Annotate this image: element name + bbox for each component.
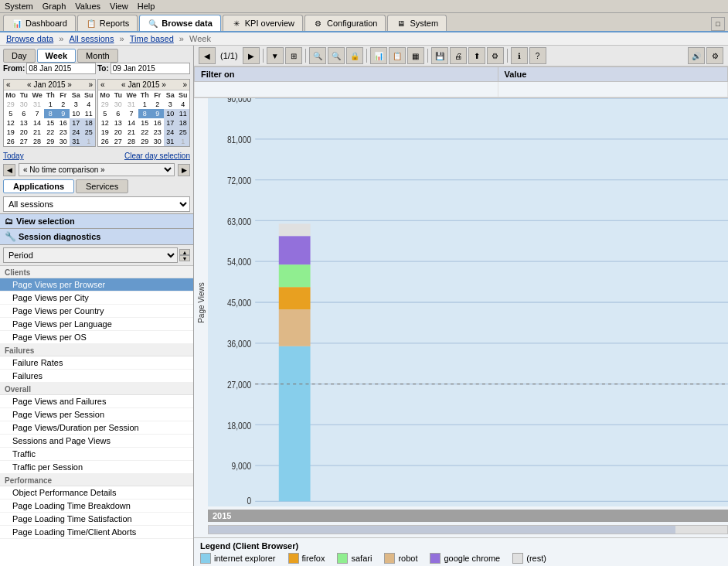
tab-system[interactable]: 🖥 System [387, 15, 447, 31]
list-item-page-loading-satisfaction[interactable]: Page Loading Time Satisfaction [0, 513, 193, 526]
cal-day[interactable]: 27 [112, 137, 124, 146]
list-item-object-performance[interactable]: Object Performance Details [0, 486, 193, 500]
toolbar-help-button[interactable]: ? [529, 47, 546, 64]
cal-day[interactable]: 20 [112, 128, 124, 137]
list-item-page-views-failures[interactable]: Page Views and Failures [0, 395, 193, 408]
chart-scrollbar-thumb[interactable] [209, 526, 675, 534]
cal-day[interactable]: 29 [44, 137, 56, 146]
cal-day[interactable]: 9 [57, 109, 70, 118]
cal-day[interactable]: 21 [30, 128, 44, 137]
cal-day[interactable]: 13 [18, 118, 30, 128]
toolbar-info-button[interactable]: ℹ [511, 47, 528, 64]
week-button[interactable]: Week [37, 49, 77, 63]
cal-day[interactable]: 9 [151, 109, 164, 118]
cal-day[interactable]: 13 [112, 118, 124, 128]
cal-day[interactable]: 25 [83, 128, 95, 137]
tab-reports[interactable]: 📋 Reports [77, 15, 138, 31]
cal-day[interactable]: 4 [177, 100, 189, 109]
toolbar-zoom-in-button[interactable]: 🔍 [309, 47, 326, 64]
cal-day[interactable]: 26 [98, 137, 112, 146]
cal-day[interactable]: 3 [70, 100, 82, 109]
cal-day[interactable]: 12 [98, 118, 112, 128]
cal-day[interactable]: 24 [164, 128, 176, 137]
tab-browse-data[interactable]: 🔍 Browse data [139, 15, 220, 31]
toolbar-save-button[interactable]: 💾 [431, 47, 448, 64]
chart-scrollbar[interactable] [208, 525, 728, 534]
cal-day[interactable]: 27 [18, 137, 30, 146]
comparison-select[interactable]: « No time comparison » [19, 163, 175, 176]
cal-day[interactable]: 30 [151, 137, 164, 146]
toolbar-bar-button[interactable]: ▦ [407, 47, 424, 64]
cal-day[interactable]: 8 [44, 109, 56, 118]
cal-day[interactable]: 31 [164, 137, 176, 146]
cal-day[interactable]: 10 [164, 109, 176, 118]
from-input[interactable] [26, 63, 96, 74]
window-restore-button[interactable]: □ [711, 17, 725, 31]
cal-day[interactable]: 29 [138, 137, 151, 146]
list-item-page-views-duration[interactable]: Page Views/Duration per Session [0, 421, 193, 435]
cal-day[interactable]: 14 [30, 118, 44, 128]
tab-kpi[interactable]: ✳ KPI overview [223, 15, 303, 31]
list-item-traffic-per-session[interactable]: Traffic per Session [0, 461, 193, 474]
list-item-page-loading-aborts[interactable]: Page Loading Time/Client Aborts [0, 526, 193, 539]
list-item-page-views-country[interactable]: Page Views per Country [0, 305, 193, 318]
cal-day[interactable]: 22 [138, 128, 151, 137]
cal-day[interactable]: 15 [44, 118, 56, 128]
cal-day[interactable]: 19 [4, 128, 18, 137]
toolbar-lock-button[interactable]: 🔒 [346, 47, 363, 64]
list-item-page-views-city[interactable]: Page Views per City [0, 292, 193, 305]
cal-day[interactable]: 29 [4, 100, 18, 109]
list-item-failure-rates[interactable]: Failure Rates [0, 356, 193, 370]
services-tab[interactable]: Services [76, 179, 128, 193]
menu-graph[interactable]: Graph [43, 2, 66, 11]
cal-right-next[interactable]: » [182, 80, 187, 89]
cal-day[interactable]: 16 [57, 118, 70, 128]
cal-day[interactable]: 11 [83, 109, 95, 118]
cal-left-prev[interactable]: « [6, 80, 11, 89]
cal-day[interactable]: 1 [138, 100, 151, 109]
list-item-failures[interactable]: Failures [0, 370, 193, 383]
cal-day[interactable]: 31 [70, 137, 82, 146]
to-input[interactable] [111, 63, 190, 74]
cal-day[interactable]: 28 [30, 137, 44, 146]
view-selection[interactable]: 🗂 View selection [0, 213, 193, 229]
toolbar-audio-button[interactable]: 🔊 [688, 47, 705, 64]
cal-day[interactable]: 28 [124, 137, 138, 146]
cal-day[interactable]: 21 [124, 128, 138, 137]
today-link[interactable]: Today [3, 152, 24, 160]
cal-day[interactable]: 30 [112, 100, 124, 109]
cal-day[interactable]: 11 [177, 109, 189, 118]
comparison-next-button[interactable]: ▶ [178, 164, 190, 176]
toolbar-print-button[interactable]: 🖨 [450, 47, 467, 64]
cal-day[interactable]: 18 [177, 118, 189, 128]
toolbar-export-button[interactable]: ⬆ [468, 47, 485, 64]
toolbar-chart-button[interactable]: 📊 [370, 47, 387, 64]
toolbar-forward-button[interactable]: ▶ [243, 47, 260, 64]
cal-day[interactable]: 31 [124, 100, 138, 109]
menu-values[interactable]: Values [75, 2, 100, 11]
toolbar-settings-button[interactable]: ⚙ [487, 47, 504, 64]
cal-day[interactable]: 24 [70, 128, 82, 137]
toolbar-settings2-button[interactable]: ⚙ [706, 47, 723, 64]
scroll-down-button[interactable]: ▼ [179, 255, 190, 261]
clear-link[interactable]: Clear day selection [124, 152, 190, 160]
cal-day[interactable]: 4 [83, 100, 95, 109]
cal-day[interactable]: 23 [151, 128, 164, 137]
cal-day[interactable]: 1 [83, 137, 95, 146]
cal-day[interactable]: 3 [164, 100, 176, 109]
cal-day[interactable]: 10 [70, 109, 82, 118]
list-item-page-views-language[interactable]: Page Views per Language [0, 318, 193, 331]
list-item-page-views-os[interactable]: Page Views per OS [0, 331, 193, 344]
menu-view[interactable]: View [110, 2, 128, 11]
list-item-page-views-browser[interactable]: Page Views per Browser [0, 278, 193, 292]
cal-day[interactable]: 8 [138, 109, 151, 118]
cal-day[interactable]: 2 [57, 100, 70, 109]
list-item-sessions-page-views[interactable]: Sessions and Page Views [0, 435, 193, 448]
list-item-traffic[interactable]: Traffic [0, 448, 193, 461]
cal-day[interactable]: 31 [30, 100, 44, 109]
cal-day[interactable]: 22 [44, 128, 56, 137]
toolbar-table-button[interactable]: 📋 [389, 47, 406, 64]
cal-day[interactable]: 12 [4, 118, 18, 128]
cal-day[interactable]: 26 [4, 137, 18, 146]
cal-day[interactable]: 29 [98, 100, 112, 109]
